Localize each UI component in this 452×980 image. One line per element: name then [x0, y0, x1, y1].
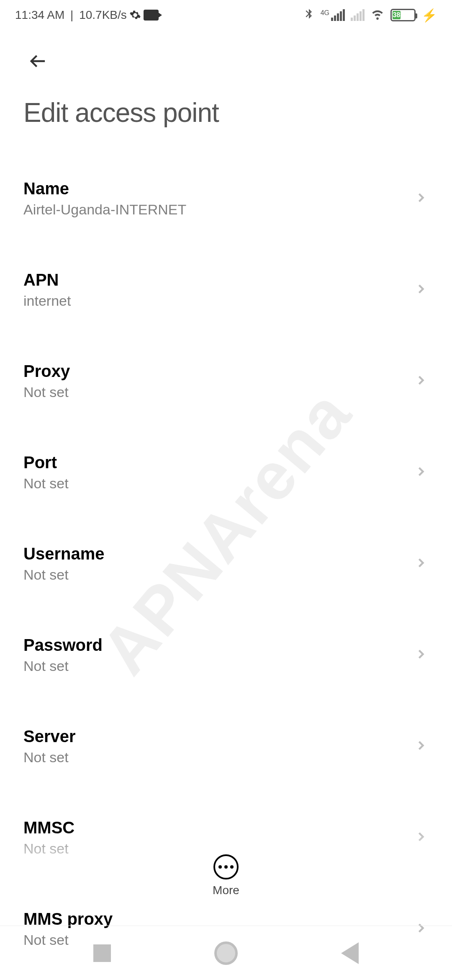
status-time: 11:34 AM	[15, 8, 64, 22]
setting-row-apn[interactable]: APN internet	[0, 257, 452, 322]
setting-row-password[interactable]: Password Not set	[0, 622, 452, 688]
status-bar: 11:34 AM | 10.7KB/s 4G 38 ⚡	[0, 0, 452, 30]
setting-row-proxy[interactable]: Proxy Not set	[0, 348, 452, 414]
row-label: Username	[23, 544, 104, 563]
setting-row-port[interactable]: Port Not set	[0, 440, 452, 505]
chevron-right-icon	[413, 190, 429, 207]
row-label: Proxy	[23, 362, 70, 381]
row-value: Not set	[23, 567, 104, 583]
chevron-right-icon	[413, 647, 429, 663]
more-label: More	[213, 884, 239, 897]
row-label: MMSC	[23, 818, 74, 837]
row-label: Password	[23, 636, 103, 655]
chevron-right-icon	[413, 738, 429, 755]
more-icon	[213, 854, 239, 879]
network-4g: 4G	[321, 9, 345, 21]
battery-icon: 38	[390, 9, 416, 21]
setting-row-server[interactable]: Server Not set	[0, 714, 452, 779]
chevron-right-icon	[413, 464, 429, 481]
settings-list: Name Airtel-Uganda-INTERNET APN internet…	[0, 137, 452, 962]
chevron-right-icon	[413, 555, 429, 572]
row-value: internet	[23, 293, 71, 309]
status-right: 4G 38 ⚡	[303, 7, 437, 24]
row-value: Not set	[23, 658, 103, 674]
wifi-icon	[370, 7, 385, 24]
charging-icon: ⚡	[421, 8, 437, 23]
recent-apps-button[interactable]	[93, 944, 111, 962]
chevron-right-icon	[413, 281, 429, 298]
chevron-right-icon	[413, 829, 429, 846]
row-value: Not set	[23, 384, 70, 400]
setting-row-name[interactable]: Name Airtel-Uganda-INTERNET	[0, 166, 452, 231]
setting-row-username[interactable]: Username Not set	[0, 531, 452, 596]
row-label: Name	[23, 179, 186, 198]
status-left: 11:34 AM | 10.7KB/s	[15, 8, 159, 22]
signal-icon-sim2	[351, 9, 365, 21]
row-label: APN	[23, 271, 71, 289]
camera-icon	[144, 10, 159, 21]
page-title: Edit access point	[23, 97, 429, 128]
more-button[interactable]: More	[0, 854, 452, 897]
battery-percent: 38	[393, 11, 401, 19]
bluetooth-icon	[303, 7, 315, 23]
status-speed: 10.7KB/s	[79, 8, 127, 22]
gear-icon	[129, 9, 141, 21]
home-button[interactable]	[214, 941, 238, 965]
row-label: Server	[23, 727, 76, 746]
back-nav-button[interactable]	[341, 942, 359, 964]
chevron-right-icon	[413, 373, 429, 389]
back-button[interactable]	[23, 50, 54, 74]
row-label: Port	[23, 453, 69, 472]
header: Edit access point	[0, 30, 452, 137]
row-value: Not set	[23, 475, 69, 492]
row-value: Airtel-Uganda-INTERNET	[23, 201, 186, 218]
system-nav-bar	[0, 926, 452, 980]
row-value: Not set	[23, 749, 76, 766]
